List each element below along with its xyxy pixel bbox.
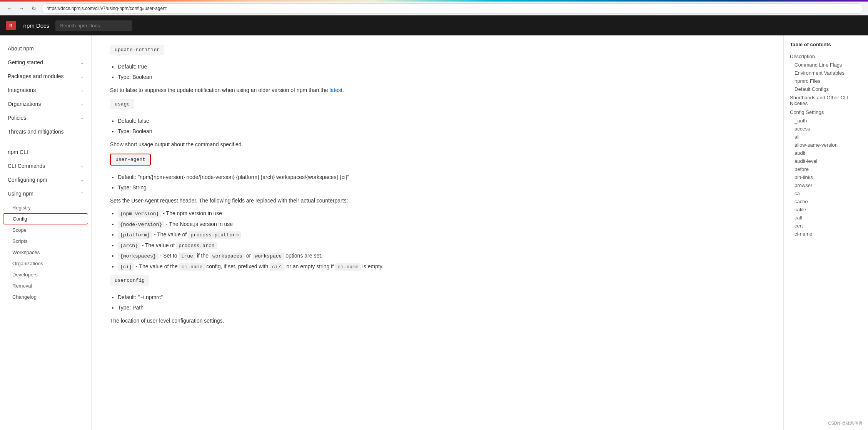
sidebar-item-configuring-npm[interactable]: Configuring npm ⌄ [0,173,91,187]
inline-code: process.arch [176,242,217,249]
search-input[interactable] [55,20,132,31]
toc-item-cache[interactable]: cache [790,197,862,206]
toc-item-before[interactable]: before [790,165,862,173]
sidebar-item-label: About npm [8,45,34,52]
sidebar-sub-item-scope[interactable]: Scope [0,224,91,236]
user-agent-bullets: {npm-version} - The npm version in use {… [118,209,765,271]
toc-item-bin-links[interactable]: bin-links [790,173,862,181]
user-agent-code: user-agent [110,154,151,166]
sidebar-item-packages-and-modules[interactable]: Packages and modules ⌄ [0,69,91,83]
sidebar-item-about-npm[interactable]: About npm [0,42,91,55]
list-item: Type: Boolean [118,73,765,81]
watermark: CSDN @晓风伴月 [826,420,865,427]
sidebar-item-label: Getting started [8,59,43,65]
toc-item-ca[interactable]: ca [790,189,862,197]
npm-cli-section-label: npm CLI [0,145,91,159]
refresh-button[interactable]: ↻ [29,4,38,13]
toc-item-browser[interactable]: browser [790,181,862,189]
inline-code: ci-name [179,263,205,271]
chevron-down-icon: ⌄ [80,116,83,120]
user-agent-desc: Sets the User-Agent request header. The … [110,196,765,205]
list-item: {ci} - The value of the ci-name config, … [118,263,765,271]
chevron-down-icon: ⌄ [80,178,83,182]
sidebar-item-label: Threats and mitigations [8,129,64,135]
usage-desc: Show short usage output about the comman… [110,140,765,149]
toc-item-npmrc-files[interactable]: npmrc Files [790,77,862,85]
usage-code: usage [110,99,134,109]
toc-item-config-settings[interactable]: Config Settings [790,108,862,117]
sidebar-sub-item-removal[interactable]: Removal [0,280,91,291]
sidebar-sub-item-scripts[interactable]: Scripts [0,236,91,247]
latest-link[interactable]: latest [329,87,342,93]
sidebar-item-integrations[interactable]: Integrations ⌄ [0,83,91,97]
inline-code: {node-version} [118,221,164,228]
update-notifier-section: update-notifier Default: true Type: Bool… [110,45,765,94]
toc-item-ci-name[interactable]: ci-name [790,230,862,238]
sidebar-item-policies[interactable]: Policies ⌄ [0,111,91,125]
main-content: update-notifier Default: true Type: Bool… [92,35,783,430]
toc-item-description[interactable]: Description [790,52,862,61]
toc-item-command-line-flags[interactable]: Command Line Flags [790,61,862,69]
toc-item-access[interactable]: access [790,125,862,133]
toc-item-audit[interactable]: audit [790,149,862,157]
sidebar-sub-item-developers[interactable]: Developers [0,269,91,280]
sidebar-item-getting-started[interactable]: Getting started ⌄ [0,55,91,69]
update-notifier-code: update-notifier [110,45,164,55]
forward-button[interactable]: → [17,4,26,13]
chevron-down-icon: ⌄ [80,60,83,65]
sidebar-sub-item-registry[interactable]: Registry [0,202,91,213]
sidebar-item-using-npm[interactable]: Using npm ⌃ [0,187,91,201]
user-agent-defaults: Default: "npm/{npm-version} node/{node-v… [118,173,765,192]
inline-code: {platform} [118,231,152,239]
usage-defaults: Default: false Type: Boolean [118,117,765,136]
toc-item-all[interactable]: all [790,133,862,141]
usage-section: usage Default: false Type: Boolean Show … [110,99,765,149]
top-nav: n npm Docs [0,15,868,35]
sidebar-item-label: Organizations [8,101,41,107]
list-item: {arch} - The value of process.arch [118,241,765,250]
toc-item-allow-same-version[interactable]: allow-same-version [790,141,862,149]
sidebar-item-organizations[interactable]: Organizations ⌄ [0,97,91,111]
sidebar-sub-item-changelog[interactable]: Changelog [0,291,91,303]
toc-item-environment-variables[interactable]: Environment Variables [790,69,862,77]
chevron-down-icon: ⌄ [80,164,83,168]
browser-bar: ← → ↻ https://docs.npmjs.com/cli/v7/usin… [0,2,868,15]
userconfig-section: userconfig Default: "~/.npmrc" Type: Pat… [110,275,765,325]
sidebar-sub-item-config[interactable]: Config [3,213,88,224]
toc-item-default-configs[interactable]: Default Configs [790,85,862,93]
using-npm-submenu: Registry Config Scope Scripts Workspaces… [0,201,91,304]
npm-logo-icon: n [6,21,16,30]
list-item: Default: "npm/{npm-version} node/{node-v… [118,173,765,181]
back-button[interactable]: ← [5,4,14,13]
toc-item-cert[interactable]: cert [790,222,862,230]
sidebar-item-label: Using npm [8,191,33,197]
toc-item-audit-level[interactable]: audit-level [790,157,862,165]
toc-item-auth[interactable]: _auth [790,117,862,125]
sidebar-sub-item-organizations[interactable]: Organizations [0,258,91,269]
toc-item-cafile[interactable]: cafile [790,206,862,214]
list-item: {npm-version} - The npm version in use [118,209,765,218]
chevron-up-icon: ⌃ [80,192,83,196]
toc-title: Table of contents [790,42,862,47]
inline-code: ci/ [270,263,283,271]
inline-code: workspace [252,253,284,260]
list-item: Default: "~/.npmrc" [118,293,765,301]
list-item: Type: Boolean [118,127,765,136]
inline-code: ci-name [335,263,361,271]
inline-code: workspaces [210,253,245,260]
update-notifier-defaults: Default: true Type: Boolean [118,63,765,81]
url-text: https://docs.npmjs.com/cli/v7/using-npm/… [47,6,167,11]
sidebar-item-threats[interactable]: Threats and mitigations [0,125,91,139]
sidebar: About npm Getting started ⌄ Packages and… [0,35,92,430]
user-agent-section: user-agent Default: "npm/{npm-version} n… [110,154,765,271]
sidebar-sub-item-workspaces[interactable]: Workspaces [0,247,91,258]
sidebar-item-label: Packages and modules [8,73,64,79]
brand-name: npm Docs [23,22,50,29]
inline-code: {arch} [118,242,140,249]
address-bar[interactable]: https://docs.npmjs.com/cli/v7/using-npm/… [42,3,863,13]
toc-item-shorthands[interactable]: Shorthands and Other CLI Niceties [790,93,862,108]
list-item: Default: false [118,117,765,125]
sidebar-item-label: Policies [8,115,26,121]
sidebar-item-cli-commands[interactable]: CLI Commands ⌄ [0,159,91,173]
toc-item-call[interactable]: call [790,214,862,222]
